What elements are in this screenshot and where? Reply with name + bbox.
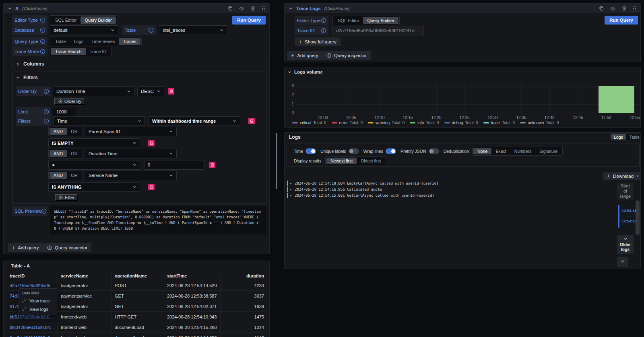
collapse-chevron-icon[interactable] [289,5,293,12]
query-inspector-button[interactable]: Query inspector [43,243,91,252]
query-inspector-button[interactable]: Query inspector [322,51,371,60]
info-icon[interactable]: i [149,28,153,33]
expand-log-icon[interactable]: ▸ [290,181,295,185]
legend-item-critical[interactable]: criticalTotal: 0 [292,121,326,125]
bool-or-option[interactable]: OR [67,150,82,157]
bool-and-option[interactable]: AND [50,150,67,157]
log-line[interactable]: ▸ 2024-06-28 12:54:15.081 GetCartAsync c… [287,193,434,198]
legend-item-info[interactable]: infoTotal: 3 [410,121,439,125]
filter-time-field-select[interactable]: Time [54,116,145,126]
filter-3-operator-select[interactable]: IS ANYTHING [48,182,140,192]
bool-or-option[interactable]: OR [67,128,82,135]
query-type-option-timeseries[interactable]: Time Series [87,38,119,45]
filter-time-value-select[interactable]: Within dashboard time range [149,116,240,126]
trace-id-link[interactable]: 9ca7daf84941388e2... [7,333,58,337]
log-line[interactable]: ▸ 2024-06-28 12:54:16.956 Calculated quo… [287,187,382,192]
dedup-option-none[interactable]: None [473,148,491,154]
bool-and-option[interactable]: AND [50,172,67,179]
legend-item-debug[interactable]: debugTotal: 0 [444,121,478,125]
add-query-button[interactable]: +Add query [287,51,322,60]
order-by-field-select[interactable]: Duration Time [53,86,134,96]
drag-handle-icon[interactable] [262,6,265,11]
filter-1-operator-select[interactable]: IS EMPTY [48,138,140,148]
info-icon[interactable]: i [40,49,45,54]
bool-and-option[interactable]: AND [50,128,67,135]
dedup-option-exact[interactable]: Exact [491,148,510,154]
split-pane-resizer[interactable] [276,133,277,189]
table-select[interactable]: otel_traces [159,25,227,35]
editor-type-option-sql[interactable]: SQL Editor [334,17,363,24]
logs-volume-header[interactable]: Logs volume [288,70,323,74]
trace-mode-option-search[interactable]: Trace Search [51,48,86,55]
info-icon[interactable]: i [321,18,326,23]
legend-item-warning[interactable]: warningTotal: 0 [368,121,405,125]
expand-log-icon[interactable]: ▸ [290,193,295,197]
time-toggle[interactable] [305,148,316,154]
order-by-direction-select[interactable]: DESC [137,86,164,96]
start-of-range-label[interactable]: Start of range [617,183,634,199]
legend-item-unknown[interactable]: unknownTotal: 0 [520,121,559,125]
filter-2-value-input[interactable]: 0 [144,160,205,170]
columns-section[interactable]: Columns [12,58,266,69]
run-query-button[interactable]: Run Query [605,16,638,25]
view-trace-menu-item[interactable]: View trace [19,296,57,305]
display-option-newest[interactable]: Newest first [326,158,357,164]
column-header-traceid[interactable]: traceID [7,271,58,280]
view-option-logs[interactable]: Logs [611,134,626,140]
trace-mode-option-id[interactable]: Trace ID [86,48,111,55]
drag-handle-icon[interactable] [633,6,636,11]
editor-type-option-builder[interactable]: Query Builder [363,17,398,24]
trace-logs-title[interactable]: Trace Logs [296,6,321,11]
run-query-button[interactable]: Run Query [232,16,266,25]
show-full-query-button[interactable]: +Show full query [295,37,341,46]
remove-filter-1-button[interactable] [148,140,155,146]
filter-1-field-select[interactable]: Parent Span ID [85,127,177,136]
filter-3-field-select[interactable]: Service Name [85,171,177,180]
info-icon[interactable]: i [40,18,45,23]
older-logs-button[interactable]: Older logs [617,235,634,254]
unique-labels-toggle[interactable] [349,148,359,154]
column-header-operationname[interactable]: operationName [112,271,164,280]
dedup-option-numbers[interactable]: Numbers [510,148,536,154]
remove-filter-2-button[interactable] [209,162,215,168]
download-button[interactable]: Download [603,172,641,180]
view-logs-menu-item[interactable]: View logs [19,305,57,313]
query-a-title[interactable]: A [15,6,19,11]
info-icon[interactable]: i [44,89,49,94]
query-type-option-logs[interactable]: Logs [70,38,87,45]
editor-type-option-sql[interactable]: SQL Editor [51,16,80,24]
prettify-json-toggle[interactable] [429,148,439,154]
hide-query-icon[interactable] [610,6,615,11]
dedup-option-signature[interactable]: Signature [535,148,561,154]
collapse-chevron-icon[interactable] [8,5,12,12]
bool-or-option[interactable]: OR [67,172,82,179]
info-icon[interactable]: i [40,28,45,33]
remove-query-icon[interactable] [622,6,626,11]
limit-input[interactable]: 1000 [53,107,76,117]
column-header-servicename[interactable]: serviceName [58,271,112,280]
remove-query-icon[interactable] [251,6,255,11]
query-type-option-table[interactable]: Table [51,38,70,45]
log-line[interactable]: ▸ 2024-06-28 12:54:18.004 EmptyCartAsync… [287,181,439,186]
remove-time-filter-button[interactable] [248,118,255,124]
legend-item-error[interactable]: errorTotal: 0 [332,121,363,125]
duplicate-query-icon[interactable] [228,6,233,11]
remove-order-by-button[interactable] [168,88,174,95]
info-logs-bar[interactable] [599,86,634,113]
column-header-starttime[interactable]: startTime [164,271,221,280]
info-icon[interactable]: i [44,109,49,114]
add-query-button[interactable]: +Add query [8,243,43,252]
legend-item-trace[interactable]: traceTotal: 0 [483,121,515,125]
column-header-duration[interactable]: duration [221,271,267,280]
editor-type-option-builder[interactable]: Query Builder [80,16,116,24]
info-icon[interactable]: i [40,39,45,44]
filters-section-header[interactable]: Filters [12,72,266,80]
log-range-times[interactable]: 12:54:18 — 12:54:15 [620,208,638,224]
trace-id-link[interactable]: 89cf4286e631591b4... [7,322,58,332]
scroll-to-top-button[interactable] [617,257,628,267]
remove-filter-3-button[interactable] [148,184,155,190]
duplicate-query-icon[interactable] [599,6,604,11]
database-select[interactable]: default [50,25,118,35]
add-filter-button[interactable]: Filter [55,194,78,201]
info-icon[interactable]: i [321,28,326,33]
